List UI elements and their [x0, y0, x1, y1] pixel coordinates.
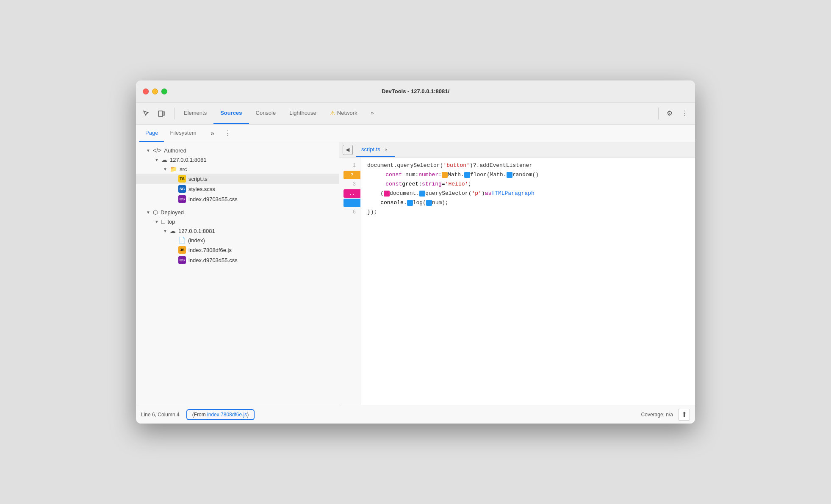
tree-authored-host[interactable]: ▼ ☁ 127.0.0.1:8081	[136, 155, 339, 164]
line-numbers: 1 2 ? 3 4 ..	[339, 158, 360, 405]
settings-button[interactable]: ⚙	[663, 107, 676, 120]
no-arrow	[172, 238, 178, 243]
close-button[interactable]	[143, 89, 149, 94]
tab-more[interactable]: »	[364, 102, 381, 124]
arrow-icon: ▼	[163, 229, 170, 233]
subtab-menu[interactable]: ⋮	[221, 127, 235, 140]
breakpoint-blue[interactable]	[343, 199, 360, 207]
sub-tabs: Page Filesystem	[139, 125, 202, 142]
css-icon: CS	[178, 195, 186, 203]
code-lines: document.querySelector('button')?.addEve…	[360, 158, 695, 405]
type-badge-blue	[464, 172, 470, 178]
status-bar: Line 6, Column 4 (From index.7808df6e.js…	[136, 405, 695, 424]
line-num-5: 5	[339, 198, 360, 208]
tab-elements[interactable]: Elements	[177, 102, 213, 124]
line-num-6: 6	[339, 208, 360, 217]
code-line-6: });	[367, 208, 688, 217]
code-editor[interactable]: 1 2 ? 3 4 ..	[339, 158, 695, 405]
cloud-icon: ☁	[161, 156, 167, 163]
arrow-icon: ▼	[146, 210, 153, 215]
type-badge-pink	[384, 191, 390, 197]
code-icon: </>	[153, 147, 161, 154]
more-menu-button[interactable]: ⋮	[678, 107, 692, 120]
subtab-page[interactable]: Page	[139, 125, 164, 142]
status-right: Coverage: n/a ⬆	[641, 409, 690, 421]
arrow-icon: ▼	[146, 148, 153, 153]
breakpoint-pink[interactable]: ..	[343, 189, 360, 198]
tree-top[interactable]: ▼ □ top	[136, 217, 339, 226]
from-file-link[interactable]: index.7808df6e.js	[207, 412, 247, 418]
tab-lighthouse[interactable]: Lighthouse	[283, 102, 323, 124]
scss-icon: SC	[178, 185, 186, 193]
svg-rect-0	[158, 111, 163, 116]
toolbar-right-divider	[658, 108, 659, 119]
main-content: ▼ </> Authored ▼ ☁ 127.0.0.1:8081 ▼ 📁 sr…	[136, 142, 695, 405]
tree-index-css[interactable]: CS index.d9703d55.css	[136, 194, 339, 204]
arrow-icon: ▼	[163, 167, 170, 172]
tree-styles-scss[interactable]: SC styles.scss	[136, 184, 339, 194]
tab-network[interactable]: ⚠ Network	[323, 102, 364, 124]
tree-authored[interactable]: ▼ </> Authored	[136, 146, 339, 155]
toolbar-divider	[174, 108, 175, 119]
tree-src[interactable]: ▼ 📁 src	[136, 164, 339, 174]
line-num-1: 1	[339, 161, 360, 170]
type-badge-orange	[442, 172, 448, 178]
no-arrow	[172, 177, 178, 181]
warning-icon: ⚠	[330, 110, 335, 116]
tree-deployed[interactable]: ▼ ⬡ Deployed	[136, 208, 339, 217]
code-line-4: (document.querySelector('p') as HTMLPara…	[367, 189, 688, 198]
position-label: Line 6, Column 4	[141, 412, 180, 418]
breakpoint-orange[interactable]: ?	[343, 171, 360, 179]
line-num-4: 4 ..	[339, 189, 360, 198]
deployed-icon: ⬡	[153, 209, 158, 216]
subtab-filesystem[interactable]: Filesystem	[164, 125, 202, 142]
subtab-more[interactable]: »	[206, 127, 219, 140]
toolbar-right: ⚙ ⋮	[656, 107, 692, 120]
navigate-back-icon[interactable]: ◀|	[343, 145, 353, 155]
tree-index-js[interactable]: JS index.7808df6e.js	[136, 245, 339, 255]
type-badge-blue5	[426, 200, 432, 206]
file-tab-close[interactable]: ×	[383, 146, 390, 153]
sub-toolbar-right: » ⋮	[206, 127, 235, 140]
file-tabs-bar: ◀| script.ts ×	[339, 142, 695, 158]
css2-icon: CS	[178, 256, 186, 264]
file-panel: ▼ </> Authored ▼ ☁ 127.0.0.1:8081 ▼ 📁 sr…	[136, 142, 339, 405]
inspect-icon[interactable]	[139, 107, 153, 120]
ts-icon: TS	[178, 175, 186, 183]
from-badge: (From index.7808df6e.js)	[186, 409, 255, 420]
top-icon: □	[161, 218, 165, 225]
tree-index-html[interactable]: 📄 (index)	[136, 235, 339, 245]
arrow-icon: ▼	[155, 219, 161, 224]
console-drawer-button[interactable]: ⬆	[678, 409, 690, 421]
title-bar: DevTools - 127.0.0.1:8081/	[136, 80, 695, 102]
tree-index-css2[interactable]: CS index.d9703d55.css	[136, 255, 339, 265]
main-toolbar: Elements Sources Console Lighthouse ⚠ Ne…	[136, 102, 695, 125]
type-badge-blue4	[407, 200, 413, 206]
device-icon[interactable]	[155, 107, 168, 120]
window-title: DevTools - 127.0.0.1:8081/	[382, 88, 449, 94]
tree-script-ts[interactable]: TS script.ts	[136, 174, 339, 184]
no-arrow	[172, 197, 178, 202]
main-tabs: Elements Sources Console Lighthouse ⚠ Ne…	[177, 102, 656, 124]
arrow-icon: ▼	[155, 158, 161, 162]
traffic-lights	[143, 89, 167, 94]
tab-console[interactable]: Console	[249, 102, 283, 124]
line-num-3: 3	[339, 180, 360, 189]
no-arrow	[172, 248, 178, 252]
toolbar-icons	[139, 107, 168, 120]
no-arrow	[172, 258, 178, 263]
type-badge-blue3	[419, 191, 425, 197]
code-line-1: document.querySelector('button')?.addEve…	[367, 161, 688, 170]
svg-rect-1	[163, 112, 165, 115]
type-badge-blue2	[507, 172, 512, 178]
devtools-window: DevTools - 127.0.0.1:8081/ Elements	[136, 80, 695, 424]
tree-deployed-host[interactable]: ▼ ☁ 127.0.0.1:8081	[136, 226, 339, 235]
coverage-label: Coverage: n/a	[641, 412, 673, 418]
no-arrow	[172, 187, 178, 191]
file-tab-script-ts[interactable]: script.ts ×	[356, 142, 395, 157]
minimize-button[interactable]	[152, 89, 158, 94]
file-tab-name: script.ts	[361, 146, 380, 152]
maximize-button[interactable]	[161, 89, 167, 94]
tab-sources[interactable]: Sources	[213, 102, 249, 124]
html-icon: 📄	[178, 237, 186, 244]
